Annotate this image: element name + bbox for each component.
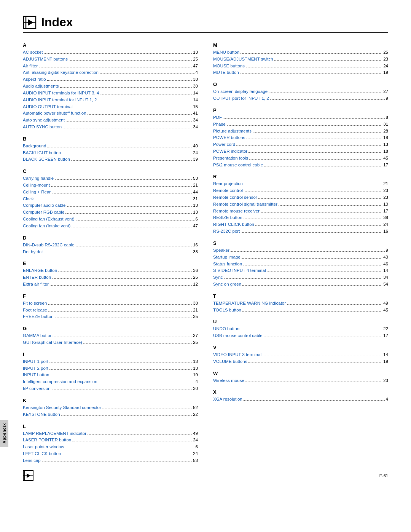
section-letter: X bbox=[213, 389, 388, 395]
entry-page: 45 bbox=[383, 307, 388, 314]
index-entry: Intelligent compression and expansion4 bbox=[23, 379, 198, 385]
index-entry: Anti-aliasing digital keystone correctio… bbox=[23, 69, 198, 76]
entry-text: DIN-D-sub RS-232C cable bbox=[23, 242, 75, 249]
entry-text: Aspect ratio bbox=[23, 76, 46, 83]
entry-text: AUDIO INPUT terminals for INPUT 3, 4 bbox=[23, 90, 99, 97]
entry-text: Remote control signal transmitter bbox=[213, 201, 277, 208]
entry-page: 37 bbox=[193, 332, 198, 339]
entry-dots bbox=[242, 311, 382, 312]
index-entry: Foot release21 bbox=[23, 307, 198, 314]
entry-page: 44 bbox=[193, 189, 198, 196]
index-entry: LASER POINTER button24 bbox=[23, 437, 198, 444]
entry-text: Auto sync adjustment bbox=[23, 117, 65, 124]
entry-text: Computer audio cable bbox=[23, 202, 66, 209]
entry-dots bbox=[231, 251, 385, 252]
entry-dots bbox=[52, 193, 192, 193]
entry-dots bbox=[244, 185, 382, 185]
entry-dots bbox=[50, 285, 192, 286]
index-entry: Extra air filter12 bbox=[23, 281, 198, 288]
section-t: TTEMPERATURE WARNING indicator49TOOLS bu… bbox=[213, 293, 388, 314]
entry-text: PS/2 mouse control cable bbox=[213, 162, 263, 169]
section-x: XXGA resolution4 bbox=[213, 389, 388, 403]
entry-text: POWER indicator bbox=[213, 148, 247, 155]
entry-dots bbox=[60, 87, 192, 88]
entry-text: USB mouse control cable bbox=[213, 332, 263, 339]
entry-page: 25 bbox=[193, 274, 198, 281]
entry-page: 52 bbox=[193, 404, 198, 411]
entry-dots bbox=[44, 53, 192, 54]
entry-dots bbox=[242, 285, 382, 286]
page: Index AAC socket13ADJUSTMENT buttons25Ai… bbox=[0, 0, 411, 492]
entry-page: 19 bbox=[383, 69, 388, 76]
entry-dots bbox=[88, 114, 192, 115]
index-entry: LEFT-CLICK button24 bbox=[23, 451, 198, 457]
index-entry: Auto sync adjustment34 bbox=[23, 117, 198, 124]
entry-page: 13 bbox=[193, 358, 198, 365]
section-i: IINPUT 1 port13INPUT 2 port13INPUT butto… bbox=[23, 351, 198, 392]
entry-dots bbox=[52, 390, 192, 390]
entry-dots bbox=[49, 363, 192, 363]
index-entry: Sync on green54 bbox=[213, 281, 388, 288]
section-d: DDIN-D-sub RS-232C cable16Dot by dot38 bbox=[23, 235, 198, 256]
entry-text: PDF bbox=[213, 114, 222, 121]
entry-page: 34 bbox=[193, 117, 198, 124]
index-entry: AUDIO INPUT terminals for INPUT 3, 414 bbox=[23, 90, 198, 97]
entry-dots bbox=[249, 159, 382, 160]
section-letter: E bbox=[23, 260, 198, 266]
index-entry: GUI (Graphical User Interface)25 bbox=[23, 339, 198, 346]
index-entry: GAMMA button37 bbox=[23, 332, 198, 339]
entry-dots bbox=[264, 337, 382, 337]
entry-dots bbox=[52, 278, 192, 279]
page-title: Index bbox=[41, 15, 73, 29]
page-header: Index bbox=[23, 15, 388, 33]
section-letter: U bbox=[213, 319, 388, 324]
entry-dots bbox=[55, 318, 192, 318]
entry-text: Rear projection bbox=[213, 181, 243, 187]
index-entry: Picture adjustments28 bbox=[213, 128, 388, 135]
section-letter: R bbox=[213, 174, 388, 179]
entry-dots bbox=[69, 60, 192, 61]
index-entry: MUTE button19 bbox=[213, 69, 388, 76]
entry-page: 16 bbox=[383, 228, 388, 235]
entry-page: 4 bbox=[386, 396, 388, 403]
entry-text: AC socket bbox=[23, 49, 43, 56]
index-entry: AUDIO OUTPUT terminal15 bbox=[23, 104, 198, 110]
index-entry: PDF8 bbox=[213, 114, 388, 121]
index-entry: Remote control sensor23 bbox=[213, 194, 388, 201]
entry-dots bbox=[98, 101, 192, 101]
entry-text: TEMPERATURE WARNING indicator bbox=[213, 300, 286, 307]
entry-page: 6 bbox=[196, 444, 198, 451]
entry-dots bbox=[236, 145, 382, 146]
entry-dots bbox=[72, 227, 192, 227]
section-letter: D bbox=[23, 235, 198, 241]
section-letter: I bbox=[23, 351, 198, 357]
entry-dots bbox=[241, 53, 382, 54]
index-entry: Sync34 bbox=[213, 274, 388, 281]
index-entry: RIGHT-CLICK button24 bbox=[213, 221, 388, 228]
entry-dots bbox=[49, 369, 192, 370]
entry-text: Carrying handle bbox=[23, 175, 54, 182]
entry-dots bbox=[58, 272, 192, 272]
entry-dots bbox=[269, 93, 382, 93]
entry-text: RIGHT-CLICK button bbox=[213, 221, 254, 228]
index-entry: Automatic power shutoff function41 bbox=[23, 110, 198, 117]
entry-page: 17 bbox=[383, 208, 388, 215]
entry-dots bbox=[100, 73, 194, 74]
entry-dots bbox=[42, 462, 192, 462]
entry-page: 34 bbox=[383, 274, 388, 281]
section-s: SSpeaker9Startup image40Status function4… bbox=[213, 240, 388, 288]
entry-text: Dot by dot bbox=[23, 249, 43, 256]
entry-text: INPUT 1 port bbox=[23, 358, 48, 365]
entry-text: Ceiling + Rear bbox=[23, 189, 51, 196]
entry-page: 47 bbox=[193, 63, 198, 70]
section-r: RRear projection21Remote control23Remote… bbox=[213, 174, 388, 235]
entry-page: 24 bbox=[383, 63, 388, 70]
entry-text: BACKLIGHT button bbox=[23, 150, 61, 157]
entry-page: 4 bbox=[196, 69, 198, 76]
entry-page: 49 bbox=[193, 430, 198, 437]
entry-text: Remote control bbox=[213, 187, 243, 194]
index-entry: Kensington Security Standard connector52 bbox=[23, 404, 198, 411]
entry-page: 4 bbox=[196, 379, 198, 385]
entry-page: 38 bbox=[193, 76, 198, 83]
entry-page: 46 bbox=[383, 261, 388, 268]
